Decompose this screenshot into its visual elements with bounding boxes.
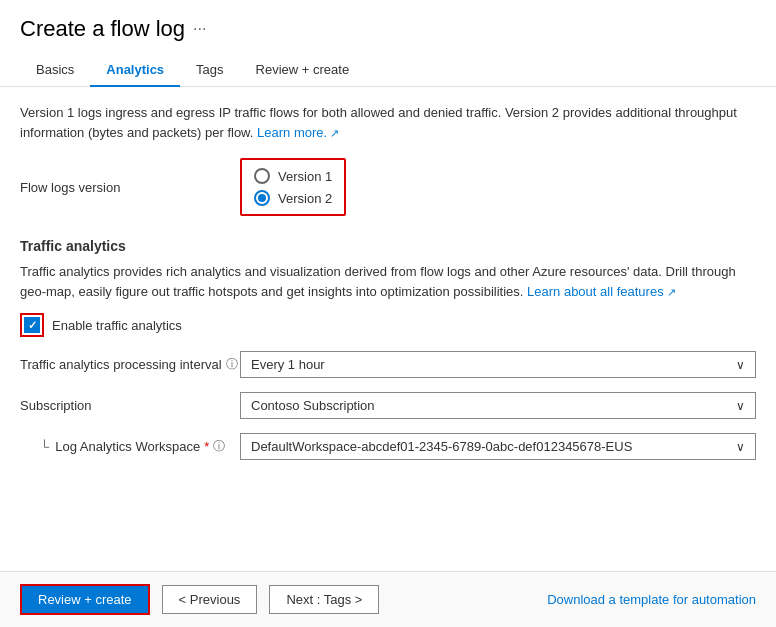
subscription-row: Subscription Contoso Subscription ∨ bbox=[20, 392, 756, 419]
log-workspace-select[interactable]: DefaultWorkspace-abcdef01-2345-6789-0abc… bbox=[240, 433, 756, 460]
learn-more-link[interactable]: Learn more. bbox=[257, 125, 339, 140]
subscription-select[interactable]: Contoso Subscription ∨ bbox=[240, 392, 756, 419]
log-workspace-chevron-icon: ∨ bbox=[736, 440, 745, 454]
processing-interval-chevron-icon: ∨ bbox=[736, 358, 745, 372]
version2-option[interactable]: Version 2 bbox=[254, 190, 332, 206]
ellipsis-menu-icon[interactable]: ··· bbox=[193, 20, 206, 38]
tab-analytics[interactable]: Analytics bbox=[90, 54, 180, 87]
processing-interval-value: Every 1 hour bbox=[251, 357, 736, 372]
version2-radio[interactable] bbox=[254, 190, 270, 206]
enable-checkbox-container bbox=[20, 313, 44, 337]
page-title: Create a flow log bbox=[20, 16, 185, 42]
flow-logs-version-label: Flow logs version bbox=[20, 180, 240, 195]
enable-traffic-analytics-row: Enable traffic analytics bbox=[20, 313, 756, 337]
log-workspace-info-icon: ⓘ bbox=[213, 438, 225, 455]
processing-interval-info-icon: ⓘ bbox=[226, 356, 238, 373]
log-workspace-required-indicator: * bbox=[204, 439, 209, 454]
tab-tags[interactable]: Tags bbox=[180, 54, 239, 87]
subscription-label: Subscription bbox=[20, 398, 240, 413]
tab-bar: Basics Analytics Tags Review + create bbox=[20, 54, 756, 86]
page-header: Create a flow log ··· Basics Analytics T… bbox=[0, 0, 776, 87]
learn-about-features-link[interactable]: Learn about all features bbox=[527, 284, 676, 299]
tab-review-create[interactable]: Review + create bbox=[240, 54, 366, 87]
version1-label: Version 1 bbox=[278, 169, 332, 184]
log-workspace-label: Log Analytics Workspace bbox=[55, 439, 200, 454]
flow-logs-version-control: Version 1 Version 2 bbox=[240, 158, 756, 216]
flow-logs-version-row: Flow logs version Version 1 Version 2 bbox=[20, 158, 756, 216]
log-workspace-row: └ Log Analytics Workspace * ⓘ DefaultWor… bbox=[20, 433, 756, 460]
review-create-button[interactable]: Review + create bbox=[20, 584, 150, 615]
footer-bar: Review + create < Previous Next : Tags >… bbox=[0, 571, 776, 627]
traffic-analytics-title: Traffic analytics bbox=[20, 238, 756, 254]
version-info-static: Version 1 logs ingress and egress IP tra… bbox=[20, 105, 737, 140]
subscription-chevron-icon: ∨ bbox=[736, 399, 745, 413]
next-tags-button[interactable]: Next : Tags > bbox=[269, 585, 379, 614]
traffic-analytics-description: Traffic analytics provides rich analytic… bbox=[20, 262, 756, 301]
previous-button[interactable]: < Previous bbox=[162, 585, 258, 614]
enable-traffic-analytics-label: Enable traffic analytics bbox=[52, 318, 182, 333]
tab-basics[interactable]: Basics bbox=[20, 54, 90, 87]
log-workspace-label-container: └ Log Analytics Workspace * ⓘ bbox=[20, 438, 240, 455]
processing-interval-control: Every 1 hour ∨ bbox=[240, 351, 756, 378]
processing-interval-select[interactable]: Every 1 hour ∨ bbox=[240, 351, 756, 378]
download-template-link[interactable]: Download a template for automation bbox=[547, 592, 756, 607]
version-radio-group: Version 1 Version 2 bbox=[240, 158, 346, 216]
log-workspace-control: DefaultWorkspace-abcdef01-2345-6789-0abc… bbox=[240, 433, 756, 460]
enable-traffic-analytics-checkbox[interactable] bbox=[24, 317, 40, 333]
processing-interval-row: Traffic analytics processing interval ⓘ … bbox=[20, 351, 756, 378]
subscription-control: Contoso Subscription ∨ bbox=[240, 392, 756, 419]
version2-label: Version 2 bbox=[278, 191, 332, 206]
subscription-value: Contoso Subscription bbox=[251, 398, 736, 413]
processing-interval-label: Traffic analytics processing interval ⓘ bbox=[20, 356, 240, 373]
version1-radio[interactable] bbox=[254, 168, 270, 184]
version-info-text: Version 1 logs ingress and egress IP tra… bbox=[20, 103, 756, 142]
version1-option[interactable]: Version 1 bbox=[254, 168, 332, 184]
main-content: Version 1 logs ingress and egress IP tra… bbox=[0, 87, 776, 571]
log-workspace-value: DefaultWorkspace-abcdef01-2345-6789-0abc… bbox=[251, 439, 736, 454]
